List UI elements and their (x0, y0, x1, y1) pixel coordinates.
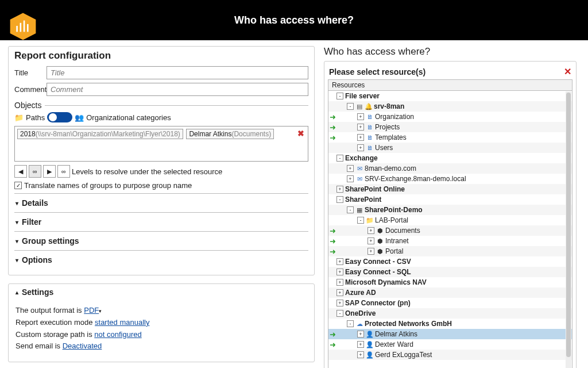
tree-node[interactable]: ➜+SAP Connector (pn) (328, 298, 572, 308)
expand-toggle[interactable]: - (336, 310, 343, 317)
tree-node[interactable]: ➜+⬢Intranet (328, 236, 572, 246)
tree-node[interactable]: ➜-▤🔔srv-8man (328, 101, 572, 112)
add-arrow-icon: ➜ (328, 92, 336, 101)
objects-box[interactable]: 2018 (\\srv-8man\Organization\Marketing\… (14, 126, 308, 162)
expand-toggle[interactable]: + (368, 227, 374, 234)
tree-node[interactable]: ➜+🗎Organization (328, 112, 572, 122)
title-input[interactable] (47, 66, 308, 79)
tree-node[interactable]: ➜+✉SRV-Exchange.8man-demo.local (328, 174, 572, 184)
add-arrow-icon[interactable]: ➜ (328, 227, 336, 235)
user-icon: 👤 (366, 351, 374, 359)
add-arrow-icon[interactable]: ➜ (328, 123, 336, 132)
expand-toggle[interactable]: - (347, 103, 354, 110)
expand-toggle[interactable]: + (336, 258, 343, 265)
expand-toggle[interactable]: + (347, 165, 354, 172)
expand-toggle[interactable]: + (357, 341, 364, 348)
close-icon[interactable]: ✕ (564, 66, 571, 77)
tree-node[interactable]: ➜+👤Gerd ExLoggaTest (328, 350, 572, 360)
cloud-icon: ☁ (355, 320, 363, 328)
tree-node-label: Azure AD (345, 289, 570, 297)
level-current-button[interactable]: ∞ (29, 165, 41, 178)
add-arrow-icon[interactable]: ➜ (328, 133, 336, 142)
options-accordion[interactable]: ▾Options (14, 250, 308, 269)
tree-node[interactable]: ➜+✉8man-demo.com (328, 163, 572, 174)
tree-node[interactable]: ➜+👤Delmar Atkins (328, 329, 572, 339)
object-chip[interactable]: 2018 (\\srv-8man\Organization\Marketing\… (17, 129, 183, 139)
tree-node[interactable]: ➜+🗎Users (328, 143, 572, 153)
paths-toggle[interactable] (47, 112, 72, 122)
add-arrow-icon[interactable]: ➜ (328, 237, 336, 246)
expand-toggle[interactable]: + (336, 289, 343, 296)
output-format-label: The output format is (16, 306, 84, 315)
expand-toggle[interactable]: + (357, 331, 364, 338)
expand-toggle[interactable]: + (357, 351, 364, 358)
add-arrow-icon: ➜ (328, 299, 336, 308)
tree-node[interactable]: ➜+Easy Connect - CSV (328, 256, 572, 267)
tree-node[interactable]: ➜-Exchange (328, 153, 572, 163)
tree-node[interactable]: ➜+🗎Templates (328, 132, 572, 143)
tree-node[interactable]: ➜+Easy Connect - SQL (328, 267, 572, 277)
add-arrow-icon[interactable]: ➜ (328, 340, 336, 349)
expand-toggle[interactable]: - (336, 93, 343, 99)
tree-node[interactable]: ➜-File server (328, 91, 572, 101)
expand-toggle[interactable]: + (357, 134, 364, 141)
expand-toggle[interactable]: + (357, 113, 364, 120)
storage-path-link[interactable]: not configured (94, 330, 141, 339)
tree-node[interactable]: ➜+⬢Portal (328, 246, 572, 256)
settings-accordion[interactable]: ▴ Settings (14, 288, 308, 301)
tree-node-label: Dexter Ward (375, 340, 570, 348)
tree-node[interactable]: ➜+⬢Documents (328, 225, 572, 236)
add-arrow-icon[interactable]: ➜ (328, 113, 336, 121)
expand-toggle[interactable]: + (357, 124, 364, 131)
expand-toggle[interactable]: + (347, 175, 354, 182)
expand-toggle[interactable]: + (357, 144, 364, 151)
tree-node[interactable]: ➜+Azure AD (328, 288, 572, 298)
resource-tree[interactable]: ➜-File server➜-▤🔔srv-8man➜+🗎Organization… (328, 90, 572, 368)
output-format-link[interactable]: PDF (84, 306, 99, 315)
expand-toggle[interactable]: - (347, 320, 354, 327)
expand-toggle[interactable]: + (336, 269, 343, 275)
tree-node[interactable]: ➜+🗎Projects (328, 122, 572, 132)
document-icon: 🗎 (366, 124, 374, 131)
tree-node[interactable]: ➜+👤Dexter Ward (328, 339, 572, 350)
expand-toggle[interactable]: - (347, 206, 354, 213)
filter-accordion[interactable]: ▾Filter (14, 212, 308, 231)
expand-toggle[interactable]: + (336, 186, 343, 193)
comment-input[interactable] (47, 83, 308, 96)
level-prev-button[interactable]: ◀ (14, 165, 27, 178)
expand-toggle[interactable]: + (336, 300, 343, 306)
add-arrow-icon[interactable]: ➜ (328, 247, 336, 256)
group-settings-accordion[interactable]: ▾Group settings (14, 231, 308, 250)
tree-node[interactable]: ➜-📁LAB-Portal (328, 215, 572, 225)
expand-toggle[interactable]: + (336, 279, 343, 286)
exec-mode-link[interactable]: started manually (95, 318, 149, 327)
tree-node[interactable]: ➜-▦SharePoint-Demo (328, 205, 572, 215)
chevron-down-icon: ▾ (16, 257, 18, 263)
details-accordion[interactable]: ▾Details (14, 193, 308, 212)
expand-toggle[interactable]: - (336, 155, 343, 162)
folder-icon: 📁 (14, 113, 24, 122)
add-arrow-icon[interactable]: ➜ (328, 330, 336, 339)
send-email-link[interactable]: Deactivated (63, 342, 102, 350)
objects-label: Objects (14, 101, 41, 110)
user-icon: 👤 (366, 341, 374, 348)
tree-node-label: Gerd ExLoggaTest (375, 351, 570, 359)
exchange-icon: ✉ (355, 175, 363, 183)
level-infinity-button[interactable]: ∞ (57, 165, 70, 178)
tree-node[interactable]: ➜-SharePoint (328, 194, 572, 205)
object-chip[interactable]: Delmar Atkins (Documents) (186, 129, 274, 139)
translate-checkbox[interactable]: ✓ (14, 182, 22, 189)
expand-toggle[interactable]: - (357, 217, 364, 224)
tree-node[interactable]: ➜+Microsoft Dynamics NAV (328, 277, 572, 288)
tree-node[interactable]: ➜+SharePoint Online (328, 184, 572, 194)
tree-node[interactable]: ➜-☁Protected Networks GmbH (328, 319, 572, 329)
level-next-button[interactable]: ▶ (43, 165, 56, 178)
clear-objects-icon[interactable]: ✖ (297, 129, 304, 138)
tree-node[interactable]: ➜-OneDrive (328, 308, 572, 319)
cube-icon: ⬢ (376, 237, 384, 245)
expand-toggle[interactable]: + (368, 237, 374, 244)
expand-toggle[interactable]: + (368, 248, 374, 255)
tree-scrollbar[interactable] (566, 91, 571, 368)
tree-node-label: Protected Networks GmbH (365, 320, 570, 328)
expand-toggle[interactable]: - (336, 196, 343, 203)
